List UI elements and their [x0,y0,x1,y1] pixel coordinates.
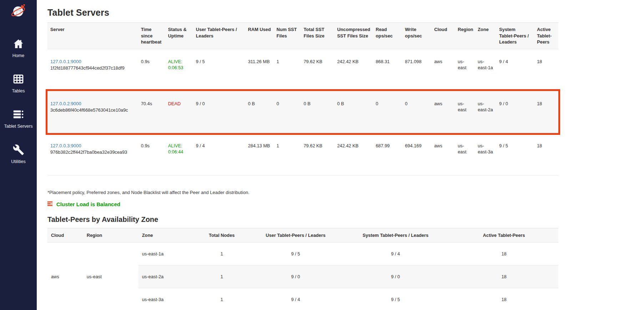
server-row-2-dead-highlighted: 127.0.0.2:9000 3c6deb86f40c4f668e5763041… [47,91,558,133]
col-system-peers: System Tablet-Peers / Leaders [496,23,534,49]
col-num-sst: Num SST Files [274,23,301,49]
servers-header-row: Server Time since heartbeat Status & Upt… [47,23,558,49]
sidebar-item-home[interactable]: Home [0,38,37,58]
server-row-1: 127.0.0.1:9000 1f2fd188777643cf944ced2f3… [47,49,558,91]
cell-write-ops: 694.169 [402,133,431,175]
tablet-servers-icon [12,108,24,122]
col-ram-used: RAM Used [245,23,274,49]
uptime-text: 0:06:53 [168,65,190,71]
cell-total-nodes: 1 [194,265,250,288]
status-text: ALIVE: [168,143,190,149]
cell-zone: us-east-2a [475,91,496,133]
cell-total-nodes: 1 [194,288,250,310]
cell-cloud: aws [431,91,455,133]
sidebar: Home Tables Tablet Servers [0,0,37,310]
server-uuid: 976b382c2ff442f7ba0bea32e39cea93 [50,149,135,156]
cell-server: 127.0.0.1:9000 1f2fd188777643cf944ced2f3… [47,49,138,91]
cell-system-peers: 9 / 4 [496,49,534,91]
availability-zone-table: Cloud Region Zone Total Nodes User Table… [47,228,558,310]
col-zone: Zone [138,228,194,242]
balance-bars-icon [47,201,53,208]
section-title-tablet-peers-by-az: Tablet-Peers by Availability Zone [47,215,644,224]
cell-system-peers: 9 / 0 [496,91,534,133]
cell-system-peers: 9 / 5 [341,288,450,310]
col-region: Region [455,23,475,49]
cell-uncompressed-sst: 0 B [334,91,373,133]
cell-uncompressed-sst: 242.42 KB [334,49,373,91]
server-address-link[interactable]: 127.0.0.3:9000 [50,143,81,148]
cell-ram: 311.26 MB [245,49,274,91]
cell-num-sst: 0 [274,91,301,133]
tablet-servers-table: Server Time since heartbeat Status & Upt… [47,22,558,176]
sidebar-nav: Home Tables Tablet Servers [0,38,37,164]
col-total-sst: Total SST Files Size [301,23,334,49]
cell-region: us-east [83,242,138,310]
col-write-ops: Write ops/sec [402,23,431,49]
col-system-peers: System Tablet-Peers / Leaders [341,228,450,242]
placement-policy-note: *Placement policy, Preferred zones, and … [47,190,644,195]
cell-heartbeat: 70.4s [138,91,165,133]
cell-uncompressed-sst: 242.42 KB [334,133,373,175]
main-content: Tablet Servers Server Time since heartbe… [37,0,644,310]
cell-region: us-east [455,133,475,175]
server-address-link[interactable]: 127.0.0.1:9000 [50,59,81,64]
cell-system-peers: 9 / 5 [496,133,534,175]
cell-user-peers: 9 / 4 [250,288,341,310]
col-active-peers: Active Tablet-Peers [450,228,558,242]
sidebar-item-utilities[interactable]: Utilities [0,144,37,164]
col-active-peers: Active Tablet-Peers [534,23,558,49]
col-read-ops: Read ops/sec [373,23,402,49]
cell-user-peers: 9 / 5 [193,49,245,91]
cell-zone: us-east-2a [138,265,194,288]
uptime-text: 0:06:44 [168,149,190,155]
status-text: ALIVE: [168,59,190,65]
cell-heartbeat: 0.9s [138,133,165,175]
cell-user-peers: 9 / 0 [193,91,245,133]
cell-zone: us-east-1a [138,242,194,265]
col-user-peers: User Tablet-Peers / Leaders [250,228,341,242]
cell-zone: us-east-3a [138,288,194,310]
cell-active-peers: 18 [534,49,558,91]
col-status-uptime: Status & Uptime [165,23,193,49]
cell-sst-size: 79.62 KB [301,133,334,175]
sidebar-item-label: Utilities [11,159,25,164]
tables-icon [12,73,24,86]
cell-write-ops: 871.098 [402,49,431,91]
cell-system-peers: 9 / 4 [341,242,450,265]
col-cloud: Cloud [431,23,455,49]
cluster-load-status: Cluster Load is Balanced [47,201,644,208]
cell-ram: 0 B [245,91,274,133]
cell-server: 127.0.0.2:9000 3c6deb86f40c4f668e5763041… [47,91,138,133]
cell-region: us-east [455,49,475,91]
sidebar-item-tables[interactable]: Tables [0,73,37,93]
cell-read-ops: 868.31 [373,49,402,91]
sidebar-item-label: Home [12,53,24,58]
cell-server: 127.0.0.3:9000 976b382c2ff442f7ba0bea32e… [47,133,138,175]
cell-user-peers: 9 / 0 [250,265,341,288]
cell-read-ops: 687.99 [373,133,402,175]
cell-active-peers: 18 [450,288,558,310]
cell-sst-size: 0 B [301,91,334,133]
server-address-link[interactable]: 127.0.0.2:9000 [50,101,81,106]
cell-read-ops: 0 [373,91,402,133]
cell-zone: us-east-1a [475,49,496,91]
cell-user-peers: 9 / 5 [250,242,341,265]
cell-cloud: aws [431,133,455,175]
cell-sst-size: 79.62 KB [301,49,334,91]
cell-cloud: aws [431,49,455,91]
cluster-status-text: Cluster Load is Balanced [56,201,120,207]
cell-active-peers: 18 [534,133,558,175]
yugabyte-logo-icon[interactable] [10,3,27,19]
cell-ram: 284.13 MB [245,133,274,175]
zone-row-1: aws us-east us-east-1a 1 9 / 5 9 / 4 18 [47,242,558,265]
cell-active-peers: 18 [534,91,558,133]
cell-active-peers: 18 [450,242,558,265]
sidebar-item-tablet-servers[interactable]: Tablet Servers [0,108,37,129]
cell-num-sst: 1 [274,49,301,91]
cell-status: ALIVE: 0:06:53 [165,49,193,91]
cell-num-sst: 1 [274,133,301,175]
col-region: Region [83,228,138,242]
zones-header-row: Cloud Region Zone Total Nodes User Table… [47,228,558,242]
col-uncompressed-sst: Uncompressed SST Files Size [334,23,373,49]
col-user-peers: User Tablet-Peers / Leaders [193,23,245,49]
